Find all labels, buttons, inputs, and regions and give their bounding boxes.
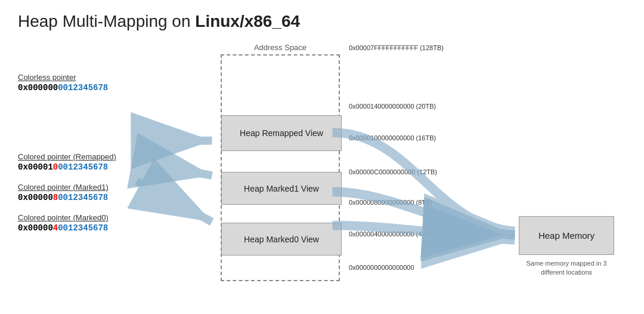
diagram-area: Colorless pointer 0x0000000012345678 Col… bbox=[18, 43, 626, 306]
page-container: Heap Multi-Mapping on Linux/x86_64 Color… bbox=[0, 0, 644, 314]
remapped-pointer-value: 0x0000100012345678 bbox=[18, 162, 137, 172]
spacer-marked1: Colored pointer (Marked1) 0x000008001234… bbox=[18, 183, 137, 202]
heap-marked1-view: Heap Marked1 View bbox=[221, 172, 342, 205]
left-pointers-column: Colorless pointer 0x0000000012345678 Col… bbox=[18, 73, 137, 244]
addr-16tb: 0x0000100000000000 (16TB) bbox=[349, 134, 436, 141]
spacer-marked0: Colored pointer (Marked0) 0x000004001234… bbox=[18, 213, 137, 233]
heap-memory-note: Same memory mapped in 3 different locati… bbox=[519, 259, 614, 278]
addr-128tb: 0x00007FFFFFFFFFFF (128TB) bbox=[349, 44, 444, 51]
colorless-pointer-label: Colorless pointer bbox=[18, 73, 137, 82]
colorless-pointer-value: 0x0000000012345678 bbox=[18, 83, 137, 93]
address-space-title: Address Space bbox=[215, 43, 346, 52]
addr-0: 0x0000000000000000 bbox=[349, 264, 414, 271]
address-space-box: Heap Remapped View Heap Marked1 View Hea… bbox=[221, 54, 340, 281]
marked0-pointer-value: 0x0000040012345678 bbox=[18, 223, 137, 233]
pointer-group-marked1: Colored pointer (Marked1) 0x000008001234… bbox=[18, 183, 137, 202]
addr-8tb: 0x0000080000000000 (8TB) bbox=[349, 199, 432, 206]
marked0-pointer-label: Colored pointer (Marked0) bbox=[18, 213, 137, 222]
heap-remapped-view: Heap Remapped View bbox=[221, 115, 342, 151]
pointer-group-marked0: Colored pointer (Marked0) 0x000004001234… bbox=[18, 213, 137, 233]
pointer-group-remapped: Colored pointer (Remapped) 0x00001000123… bbox=[18, 152, 137, 172]
heap-memory-box: Heap Memory bbox=[519, 216, 614, 255]
marked1-pointer-value: 0x0000080012345678 bbox=[18, 193, 137, 202]
spacer-remapped: Colored pointer (Remapped) 0x00001000123… bbox=[18, 152, 137, 172]
heap-marked0-view: Heap Marked0 View bbox=[221, 223, 342, 255]
addr-4tb: 0x0000040000000000 (4TB) bbox=[349, 230, 432, 238]
pointer-group-colorless: Colorless pointer 0x0000000012345678 bbox=[18, 73, 137, 93]
address-space-column: Address Space Heap Remapped View Heap Ma… bbox=[215, 43, 346, 281]
main-title: Heap Multi-Mapping on Linux/x86_64 bbox=[18, 12, 626, 31]
addr-12tb: 0x00000C0000000000 (12TB) bbox=[349, 168, 437, 176]
addr-20tb: 0x0000140000000000 (20TB) bbox=[349, 103, 436, 110]
remapped-pointer-label: Colored pointer (Remapped) bbox=[18, 152, 137, 161]
marked1-pointer-label: Colored pointer (Marked1) bbox=[18, 183, 137, 192]
